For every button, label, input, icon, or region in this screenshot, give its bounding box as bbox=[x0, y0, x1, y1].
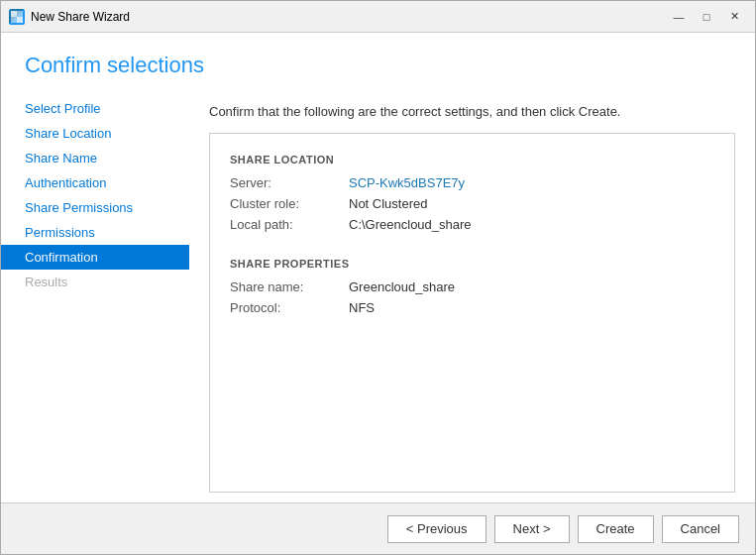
previous-button[interactable]: < Previous bbox=[387, 515, 486, 543]
svg-rect-0 bbox=[11, 11, 17, 17]
svg-rect-1 bbox=[17, 11, 23, 17]
sidebar-item-confirmation[interactable]: Confirmation bbox=[1, 245, 189, 270]
cancel-button[interactable]: Cancel bbox=[662, 515, 739, 543]
value-cluster: Not Clustered bbox=[349, 196, 427, 211]
minimize-button[interactable]: — bbox=[666, 7, 692, 27]
value-protocol: NFS bbox=[349, 300, 375, 315]
svg-rect-2 bbox=[11, 17, 17, 23]
close-button[interactable]: ✕ bbox=[721, 7, 747, 27]
detail-row-server: Server: SCP-Kwk5dBS7E7y bbox=[230, 175, 714, 190]
sidebar-item-authentication[interactable]: Authentication bbox=[1, 170, 189, 195]
label-localpath: Local path: bbox=[230, 217, 349, 232]
sidebar-item-share-name[interactable]: Share Name bbox=[1, 146, 189, 170]
share-location-header: SHARE LOCATION bbox=[230, 154, 714, 166]
page-header: Confirm selections bbox=[1, 33, 755, 88]
sidebar-item-share-location[interactable]: Share Location bbox=[1, 121, 189, 146]
label-sharename: Share name: bbox=[230, 279, 349, 294]
svg-rect-3 bbox=[17, 17, 23, 23]
sidebar: Select Profile Share Location Share Name… bbox=[1, 88, 189, 502]
footer: < Previous Next > Create Cancel bbox=[1, 502, 755, 554]
section-divider bbox=[230, 238, 714, 254]
label-server: Server: bbox=[230, 175, 349, 190]
confirmation-box: SHARE LOCATION Server: SCP-Kwk5dBS7E7y C… bbox=[209, 133, 735, 493]
value-localpath: C:\Greencloud_share bbox=[349, 217, 472, 232]
maximize-button[interactable]: □ bbox=[694, 7, 719, 27]
create-button[interactable]: Create bbox=[578, 515, 654, 543]
sidebar-item-share-permissions[interactable]: Share Permissions bbox=[1, 195, 189, 220]
title-bar: New Share Wizard — □ ✕ bbox=[1, 1, 755, 33]
sidebar-item-permissions[interactable]: Permissions bbox=[1, 220, 189, 245]
next-button[interactable]: Next > bbox=[494, 515, 570, 543]
instruction-text: Confirm that the following are the corre… bbox=[209, 104, 735, 119]
window-icon bbox=[9, 9, 25, 25]
detail-row-sharename: Share name: Greencloud_share bbox=[230, 279, 714, 294]
right-panel: Confirm that the following are the corre… bbox=[189, 88, 755, 502]
value-server: SCP-Kwk5dBS7E7y bbox=[349, 175, 465, 190]
detail-row-cluster: Cluster role: Not Clustered bbox=[230, 196, 714, 211]
main-layout: Select Profile Share Location Share Name… bbox=[1, 88, 755, 502]
value-sharename: Greencloud_share bbox=[349, 279, 455, 294]
wizard-window: New Share Wizard — □ ✕ Confirm selection… bbox=[0, 0, 756, 555]
page-title: Confirm selections bbox=[25, 53, 731, 78]
sidebar-item-results: Results bbox=[1, 270, 189, 294]
sidebar-item-select-profile[interactable]: Select Profile bbox=[1, 96, 189, 121]
label-protocol: Protocol: bbox=[230, 300, 349, 315]
detail-row-localpath: Local path: C:\Greencloud_share bbox=[230, 217, 714, 232]
share-properties-header: SHARE PROPERTIES bbox=[230, 258, 714, 270]
window-title: New Share Wizard bbox=[31, 10, 666, 24]
detail-row-protocol: Protocol: NFS bbox=[230, 300, 714, 315]
window-controls: — □ ✕ bbox=[666, 7, 747, 27]
label-cluster: Cluster role: bbox=[230, 196, 349, 211]
